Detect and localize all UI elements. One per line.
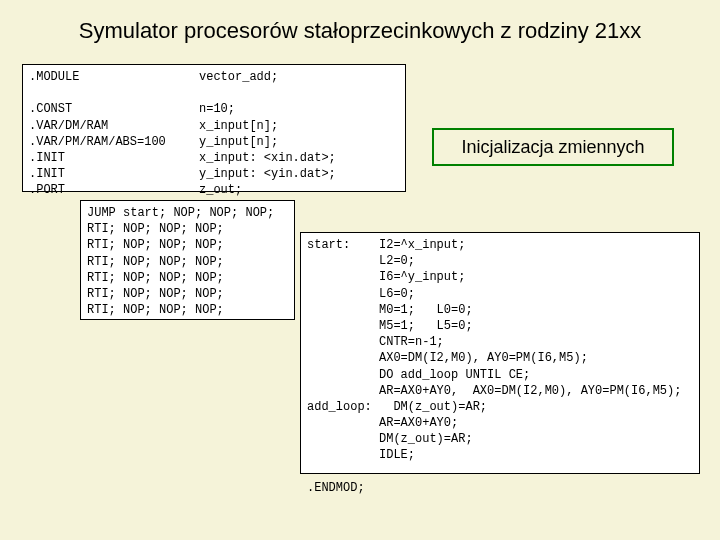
code-block-declarations: .MODULE .CONST .VAR/DM/RAM .VAR/PM/RAM/A… [22, 64, 406, 192]
annotation-label: Inicjalizacja zmiennych [432, 128, 674, 166]
decl-left-col: .MODULE .CONST .VAR/DM/RAM .VAR/PM/RAM/A… [29, 69, 199, 199]
code-block-interrupts: JUMP start; NOP; NOP; NOP; RTI; NOP; NOP… [80, 200, 295, 320]
annotation-text: Inicjalizacja zmiennych [461, 137, 644, 158]
code-block-main: start: I2=^x_input; L2=0; I6=^y_input; L… [300, 232, 700, 474]
decl-right-col: vector_add; n=10; x_input[n]; y_input[n]… [199, 69, 336, 199]
page-title: Symulator procesorów stałoprzecinkowych … [0, 18, 720, 44]
